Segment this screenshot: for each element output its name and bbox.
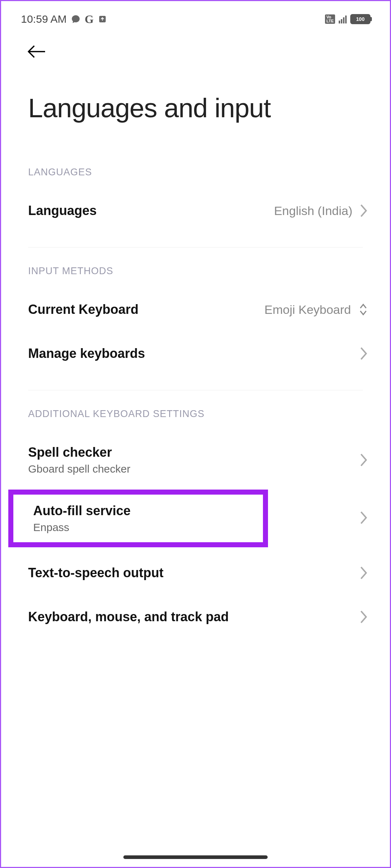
languages-row[interactable]: Languages English (India) [1,189,390,233]
signal-icon [339,15,347,23]
chevron-right-icon [360,453,368,467]
battery-icon: 100 [350,14,372,24]
tts-label: Text-to-speech output [28,565,163,580]
status-time: 10:59 AM [21,13,67,25]
chevron-right-icon [360,203,368,218]
back-button[interactable] [1,34,390,60]
languages-value: English (India) [274,204,352,218]
google-icon: G [85,13,94,26]
autofill-highlight: Auto-fill service Enpass [8,490,268,547]
manage-keyboards-row[interactable]: Manage keyboards [1,332,390,376]
section-header-languages: LANGUAGES [1,149,390,189]
languages-label: Languages [28,203,97,218]
status-bar: 10:59 AM G VoLTE 100 [1,1,390,34]
chevron-right-icon [360,610,368,624]
chat-icon [71,14,80,24]
home-indicator[interactable] [123,855,268,859]
spell-checker-row[interactable]: Spell checker Gboard spell checker [1,430,390,490]
upload-icon [98,15,107,23]
autofill-row[interactable]: Auto-fill service Enpass [13,501,263,536]
status-right: VoLTE 100 [325,14,372,24]
current-keyboard-row[interactable]: Current Keyboard Emoji Keyboard [1,288,390,332]
updown-icon [358,302,368,317]
section-header-additional: ADDITIONAL KEYBOARD SETTINGS [1,390,390,430]
current-keyboard-value: Emoji Keyboard [264,303,351,317]
kmt-label: Keyboard, mouse, and track pad [28,609,229,624]
current-keyboard-label: Current Keyboard [28,302,139,317]
manage-keyboards-label: Manage keyboards [28,346,145,361]
autofill-chevron-wrap[interactable] [360,510,390,526]
chevron-right-icon [360,510,368,525]
tts-row[interactable]: Text-to-speech output [1,551,390,595]
status-left: 10:59 AM G [21,13,107,26]
chevron-right-icon [360,346,368,361]
chevron-right-icon [360,566,368,580]
keyboard-mouse-trackpad-row[interactable]: Keyboard, mouse, and track pad [1,595,390,639]
spell-checker-sublabel: Gboard spell checker [28,463,130,475]
autofill-sublabel: Enpass [33,521,131,534]
volte-icon: VoLTE [325,14,335,24]
back-arrow-icon [26,44,47,59]
autofill-label: Auto-fill service [33,503,131,518]
page-title: Languages and input [1,60,390,149]
spell-checker-label: Spell checker [28,445,130,460]
section-header-input: INPUT METHODS [1,247,390,288]
